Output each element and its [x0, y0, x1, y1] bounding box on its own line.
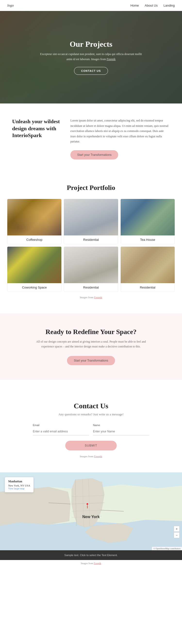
- email-input[interactable]: [33, 428, 89, 435]
- portfolio-item-coffeeshop[interactable]: Coffeeshop: [7, 199, 61, 244]
- unleash-section: Unleash your wildest design dreams with …: [0, 104, 182, 174]
- navbar: logo Home About Us Landing: [0, 0, 182, 11]
- contact-form-row: Email Name: [33, 424, 149, 435]
- portfolio-title: Project Portfolio: [7, 184, 175, 192]
- hero-section: Our Projects Excepteur sint occaecat cup…: [0, 11, 182, 104]
- email-field-group: Email: [33, 424, 89, 435]
- nav-home[interactable]: Home: [131, 4, 139, 7]
- map-zoom-out[interactable]: −: [174, 532, 180, 538]
- name-input[interactable]: [93, 428, 149, 435]
- name-field-group: Name: [93, 424, 149, 435]
- portfolio-label-coworking: Coworking Space: [7, 283, 61, 292]
- portfolio-img-coffeeshop: [7, 199, 61, 236]
- hero-freepik-link[interactable]: Freepik: [106, 58, 115, 61]
- contact-note: Images from Freepik: [19, 455, 163, 458]
- map-section: Manhattan New York, NY USA View larger m…: [0, 472, 182, 550]
- map-location: Manhattan: [8, 480, 30, 483]
- unleash-cta-button[interactable]: Start your Transformations: [70, 150, 118, 160]
- portfolio-label-coffeeshop: Coffeeshop: [7, 236, 61, 244]
- hero-description: Excepteur sint occaecat cupidatat non pr…: [40, 52, 142, 62]
- portfolio-img-residential3: [121, 247, 175, 283]
- portfolio-note: Images from Freepik: [7, 296, 175, 299]
- portfolio-label-teahouse: Tea House: [121, 236, 175, 244]
- map-address: New York, NY USA: [8, 484, 30, 487]
- contact-title: Contact Us: [19, 402, 163, 410]
- footer-freepik-link[interactable]: Freepik: [94, 562, 101, 565]
- svg-point-10: [86, 503, 89, 505]
- unleash-heading: Unleash your wildest design dreams with …: [12, 118, 61, 139]
- portfolio-item-residential3[interactable]: Residential: [121, 247, 175, 292]
- portfolio-grid: Coffeeshop Residential Tea House Coworki…: [7, 199, 175, 292]
- ready-description: All of our design concepts are aimed at …: [35, 339, 147, 349]
- nav-links: Home About Us Landing: [131, 4, 175, 7]
- submit-button[interactable]: SUBMIT: [65, 441, 116, 450]
- portfolio-img-residential2: [64, 247, 118, 283]
- hero-cta-button[interactable]: CONTACT US: [74, 67, 108, 75]
- portfolio-label-residential1: Residential: [64, 236, 118, 244]
- nav-about[interactable]: About Us: [145, 4, 158, 7]
- contact-section: Contact Us Any questions or remarks? Jus…: [0, 387, 182, 472]
- contact-freepik-link[interactable]: Freepik: [94, 455, 102, 458]
- logo: logo: [7, 4, 14, 8]
- map-background: Manhattan New York, NY USA View larger m…: [0, 472, 182, 550]
- footer: Sample text. Click to select the Text El…: [0, 550, 182, 560]
- map-info-box: Manhattan New York, NY USA View larger m…: [5, 477, 33, 492]
- portfolio-item-teahouse[interactable]: Tea House: [121, 199, 175, 244]
- map-zoom-in[interactable]: +: [174, 526, 180, 532]
- hero-content: Our Projects Excepteur sint occaecat cup…: [40, 40, 142, 75]
- unleash-body: Lorem ipsum dolor sit amet, consectetur …: [70, 118, 170, 144]
- portfolio-label-residential2: Residential: [64, 283, 118, 292]
- portfolio-item-residential1[interactable]: Residential: [64, 199, 118, 244]
- name-label: Name: [93, 424, 149, 426]
- portfolio-label-residential3: Residential: [121, 283, 175, 292]
- unleash-body-block: Lorem ipsum dolor sit amet, consectetur …: [70, 118, 170, 160]
- portfolio-img-teahouse: [121, 199, 175, 236]
- portfolio-item-residential2[interactable]: Residential: [64, 247, 118, 292]
- footer-images: Images from Freepik: [0, 560, 182, 566]
- portfolio-section: Project Portfolio Coffeeshop Residential…: [0, 174, 182, 306]
- ready-cta-button[interactable]: Start your Transformations: [67, 356, 115, 365]
- ready-title: Ready to Redefine Your Space?: [19, 328, 163, 336]
- portfolio-img-coworking: [7, 247, 61, 283]
- portfolio-item-coworking[interactable]: Coworking Space: [7, 247, 61, 292]
- hero-title: Our Projects: [40, 40, 142, 49]
- ready-section: Ready to Redefine Your Space? All of our…: [0, 313, 182, 380]
- contact-subtitle: Any questions or remarks? Just write us …: [19, 412, 163, 416]
- map-larger-link[interactable]: View larger map: [8, 487, 24, 490]
- map-attribution: © OpenStreetMap contributors: [152, 547, 182, 550]
- portfolio-img-residential1: [64, 199, 118, 236]
- nav-landing[interactable]: Landing: [164, 4, 175, 7]
- map-zoom-controls: + −: [174, 526, 180, 538]
- email-label: Email: [33, 424, 89, 426]
- footer-text: Sample text. Click to select the Text El…: [3, 554, 179, 556]
- portfolio-freepik-link[interactable]: Freepik: [94, 296, 102, 299]
- contact-form: Email Name SUBMIT: [19, 424, 163, 450]
- unleash-heading-block: Unleash your wildest design dreams with …: [12, 118, 61, 139]
